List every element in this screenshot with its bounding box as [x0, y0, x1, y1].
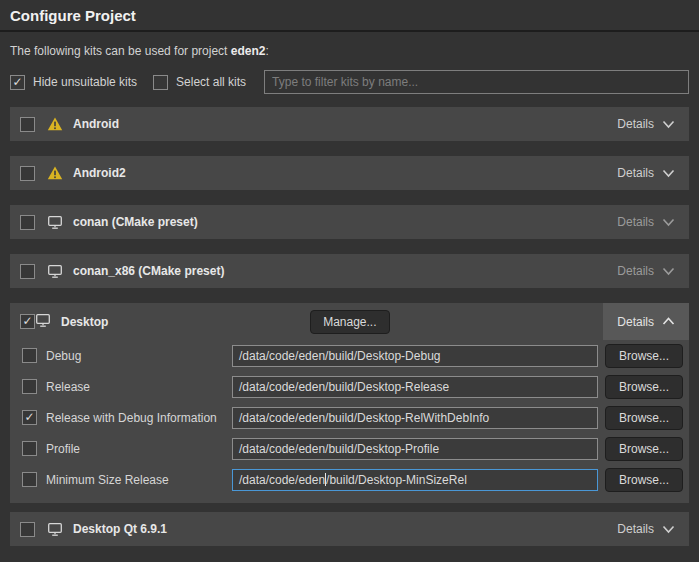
project-name: eden2	[231, 44, 266, 58]
hide-unsuitable-kits-option[interactable]: Hide unsuitable kits	[10, 75, 137, 90]
warning-icon	[47, 165, 63, 181]
build-config-row-profile: Profile /data/code/eden/build/Desktop-Pr…	[10, 433, 689, 464]
kit-name: Desktop Qt 6.9.1	[73, 522, 167, 536]
kit-panel-desktop: Desktop Manage... Details Debug /data/co…	[10, 303, 689, 503]
build-dir-value-before-caret: /data/code/eden	[239, 473, 325, 487]
build-config-row-minsizerel: Minimum Size Release /data/code/eden/bui…	[10, 464, 689, 495]
config-label: Debug	[46, 349, 232, 363]
config-checkbox[interactable]	[22, 410, 37, 425]
build-dir-value: /data/code/eden/build/Desktop-Debug	[239, 349, 440, 363]
chevron-down-icon	[662, 525, 675, 534]
details-toggle[interactable]: Details	[603, 254, 689, 288]
details-toggle[interactable]: Details	[603, 107, 689, 141]
kit-row-android[interactable]: Android Details	[10, 107, 689, 141]
kit-row-desktop-qt-691[interactable]: Desktop Qt 6.9.1 Details	[10, 512, 689, 546]
kit-checkbox[interactable]	[20, 264, 35, 279]
chevron-down-icon	[662, 169, 675, 178]
details-toggle[interactable]: Details	[603, 303, 689, 340]
kit-row-conan[interactable]: conan (CMake preset) Details	[10, 205, 689, 239]
configure-project-page: Configure Project The following kits can…	[0, 0, 699, 562]
config-checkbox[interactable]	[22, 348, 37, 363]
kits-toolbar: Hide unsuitable kits Select all kits	[10, 70, 689, 94]
kit-name: Android2	[73, 166, 126, 180]
config-label: Release with Debug Information	[46, 411, 232, 425]
kit-name: Android	[73, 117, 119, 131]
page-header: Configure Project	[0, 0, 699, 32]
intro-suffix: :	[265, 44, 268, 58]
config-checkbox[interactable]	[22, 441, 37, 456]
build-config-row-debug: Debug /data/code/eden/build/Desktop-Debu…	[10, 340, 689, 371]
build-config-row-release: Release /data/code/eden/build/Desktop-Re…	[10, 371, 689, 402]
kit-row-conan-x86[interactable]: conan_x86 (CMake preset) Details	[10, 254, 689, 288]
build-dir-input[interactable]: /data/code/eden/build/Desktop-Profile	[232, 438, 598, 460]
select-all-kits-option[interactable]: Select all kits	[153, 75, 246, 90]
browse-button[interactable]: Browse...	[605, 375, 683, 399]
kit-name: conan (CMake preset)	[73, 215, 198, 229]
config-checkbox[interactable]	[22, 472, 37, 487]
kit-checkbox[interactable]	[20, 215, 35, 230]
kit-checkbox[interactable]	[20, 522, 35, 537]
kit-list: Android Details Android2 Details conan (…	[0, 107, 699, 546]
desktop-icon	[47, 521, 63, 537]
kit-row-android2[interactable]: Android2 Details	[10, 156, 689, 190]
select-all-label: Select all kits	[176, 75, 246, 89]
config-checkbox[interactable]	[22, 379, 37, 394]
chevron-up-icon	[662, 317, 675, 326]
browse-button[interactable]: Browse...	[605, 437, 683, 461]
build-dir-value-after-caret: /build/Desktop-MinSizeRel	[326, 473, 467, 487]
intro-text: The following kits can be used for proje…	[10, 44, 689, 60]
chevron-down-icon	[662, 267, 675, 276]
details-label: Details	[617, 315, 654, 329]
select-all-checkbox[interactable]	[153, 75, 168, 90]
details-toggle[interactable]: Details	[603, 205, 689, 239]
build-dir-value: /data/code/eden/build/Desktop-RelWithDeb…	[239, 411, 489, 425]
hide-unsuitable-checkbox[interactable]	[10, 75, 25, 90]
details-toggle[interactable]: Details	[603, 512, 689, 546]
hide-unsuitable-label: Hide unsuitable kits	[33, 75, 137, 89]
build-dir-input[interactable]: /data/code/eden/build/Desktop-RelWithDeb…	[232, 407, 598, 429]
desktop-icon	[47, 214, 63, 230]
build-dir-value: /data/code/eden/build/Desktop-Release	[239, 380, 449, 394]
warning-icon	[47, 116, 63, 132]
build-config-row-relwithdebinfo: Release with Debug Information /data/cod…	[10, 402, 689, 433]
build-dir-input[interactable]: /data/code/eden/build/Desktop-Release	[232, 376, 598, 398]
page-title: Configure Project	[10, 7, 136, 24]
config-label: Minimum Size Release	[46, 473, 232, 487]
desktop-icon	[35, 312, 51, 331]
details-label: Details	[617, 264, 654, 278]
details-label: Details	[617, 117, 654, 131]
browse-button[interactable]: Browse...	[605, 406, 683, 430]
kit-checkbox[interactable]	[20, 166, 35, 181]
browse-button[interactable]: Browse...	[605, 344, 683, 368]
details-label: Details	[617, 522, 654, 536]
desktop-icon	[47, 263, 63, 279]
browse-button[interactable]: Browse...	[605, 468, 683, 492]
kit-checkbox[interactable]	[20, 314, 35, 329]
details-toggle[interactable]: Details	[603, 156, 689, 190]
manage-kits-button[interactable]: Manage...	[310, 310, 389, 334]
chevron-down-icon	[662, 218, 675, 227]
config-label: Profile	[46, 442, 232, 456]
kit-checkbox[interactable]	[20, 117, 35, 132]
details-label: Details	[617, 215, 654, 229]
kit-row-desktop[interactable]: Desktop Manage... Details	[10, 303, 689, 340]
build-dir-input[interactable]: /data/code/eden/build/Desktop-Debug	[232, 345, 598, 367]
kit-name: Desktop	[61, 315, 108, 329]
details-label: Details	[617, 166, 654, 180]
kit-name: conan_x86 (CMake preset)	[73, 264, 224, 278]
chevron-down-icon	[662, 120, 675, 129]
kit-filter-input[interactable]	[264, 70, 689, 94]
build-dir-value: /data/code/eden/build/Desktop-Profile	[239, 442, 439, 456]
config-label: Release	[46, 380, 232, 394]
build-dir-input-focused[interactable]: /data/code/eden/build/Desktop-MinSizeRel	[232, 469, 598, 491]
intro-prefix: The following kits can be used for proje…	[10, 44, 231, 58]
